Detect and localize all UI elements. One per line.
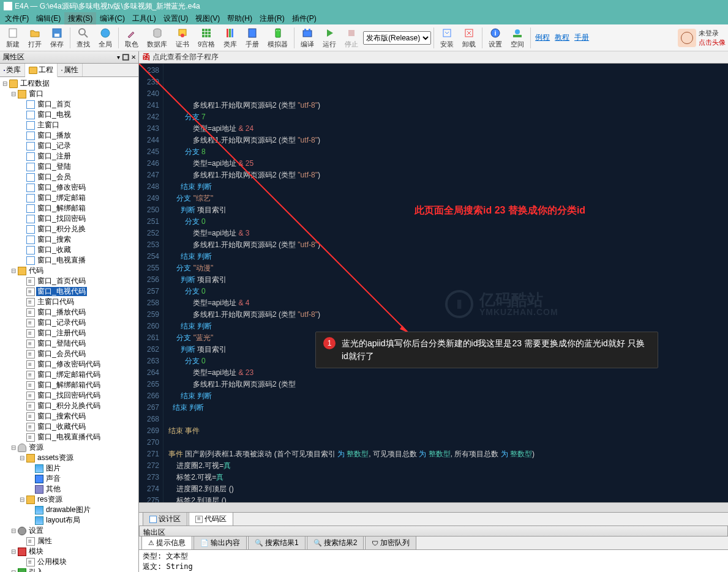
menu-item[interactable]: 文件(F) [1, 12, 32, 25]
tree-node[interactable]: 窗口_电视直播 [1, 255, 137, 266]
tree-node[interactable]: ⊟工程数据 [1, 78, 137, 89]
tree-node[interactable]: 窗口_解绑邮箱代码 [1, 380, 137, 390]
output-tab[interactable]: ⚠提示信息 [141, 536, 192, 549]
tree-node[interactable]: drawable图片 [1, 505, 137, 515]
tree-node[interactable]: 窗口_电视直播代码 [1, 432, 137, 442]
tree-node[interactable]: 主窗口 [1, 120, 137, 130]
tree-node[interactable]: ⊟模块 [1, 546, 137, 557]
menu-item[interactable]: 工具(L) [129, 12, 160, 25]
cert-button[interactable]: 证书 [172, 26, 193, 50]
tree-node[interactable]: 窗口_绑定邮箱代码 [1, 370, 137, 380]
function-bar[interactable]: 函 点此查看全部子程序 [139, 51, 728, 64]
open-button[interactable]: 打开 [24, 26, 45, 50]
tab-code[interactable]: 代码区 [189, 512, 233, 526]
tree-node[interactable]: ⊟资源 [1, 442, 137, 453]
tree-node[interactable]: ⊟res资源 [1, 494, 137, 505]
install-button[interactable]: 安装 [437, 26, 457, 50]
tree-node[interactable]: 窗口_找回密码代码 [1, 390, 137, 401]
tree-node[interactable]: 窗口_会员 [1, 172, 137, 182]
tree-node[interactable]: ⊟窗口 [1, 89, 137, 99]
tab-project[interactable]: 工程 [25, 64, 58, 77]
simulator-button[interactable]: 模拟器 [264, 26, 291, 50]
tree-node[interactable]: 窗口_电视代码 [1, 286, 137, 297]
code-content[interactable]: ⦀ 亿码酷站YMKUZHAN.COM 多线程1.开始取网页源码2 (类型 "ut… [163, 64, 728, 502]
manual-button[interactable]: 手册 [242, 26, 263, 50]
compile-button[interactable]: 编译 [297, 26, 318, 50]
global-button[interactable]: 全局 [95, 26, 116, 50]
tree-node[interactable]: 图片 [1, 463, 137, 474]
menu-item[interactable]: 插件(P) [288, 12, 320, 25]
tree-node[interactable]: 窗口_会员代码 [1, 349, 137, 359]
tree-node[interactable]: 窗口_首页 [1, 99, 137, 110]
tree-node[interactable]: 窗口_电视 [1, 110, 137, 120]
tree-node[interactable]: 窗口_注册 [1, 151, 137, 162]
tab-properties[interactable]: 属性 [58, 64, 83, 76]
tree-node[interactable]: 窗口_收藏 [1, 245, 137, 255]
tree-node[interactable]: 窗口_登陆代码 [1, 338, 137, 349]
menu-item[interactable]: 编辑(E) [32, 12, 64, 25]
tree-node[interactable]: 窗口_首页代码 [1, 276, 137, 286]
tree-node[interactable]: 声音 [1, 474, 137, 484]
menu-item[interactable]: 注册(R) [256, 12, 288, 25]
tree-node[interactable]: 窗口_记录 [1, 141, 137, 151]
tree-node[interactable]: 窗口_播放代码 [1, 307, 137, 318]
tab-lib[interactable]: 类库 [0, 64, 25, 76]
tree-node[interactable]: 窗口_播放 [1, 130, 137, 141]
space-button[interactable]: 空间 [507, 26, 528, 50]
tree-node[interactable]: layout布局 [1, 515, 137, 526]
tree-node[interactable]: 窗口_积分兑换 [1, 224, 137, 234]
run-button[interactable]: 运行 [319, 26, 340, 50]
menu-item[interactable]: 编译(C) [96, 12, 129, 25]
tree-node[interactable]: 窗口_积分兑换代码 [1, 401, 137, 411]
tree-node[interactable]: ⊟引入 [1, 567, 137, 572]
output-tab[interactable]: 🔍搜索结果2 [307, 536, 364, 549]
release-combo[interactable]: 发布版(Release) [363, 31, 431, 45]
menu-bar[interactable]: 文件(F)编辑(E)搜索(S)编译(C)工具(L)设置(U)视图(V)帮助(H)… [0, 12, 728, 24]
tree-node[interactable]: 窗口_搜索 [1, 234, 137, 245]
tree-node[interactable]: 窗口_找回密码 [1, 214, 137, 224]
menu-item[interactable]: 设置(U) [160, 12, 192, 25]
lib-button[interactable]: 类库 [220, 26, 241, 50]
new-button[interactable]: 新建 [2, 26, 23, 50]
ninegrid-button[interactable]: 9宫格 [194, 26, 219, 50]
find-button[interactable]: 查找 [73, 26, 94, 50]
menu-item[interactable]: 搜索(S) [64, 12, 96, 25]
tree-node[interactable]: 窗口_记录代码 [1, 318, 137, 328]
tree-node[interactable]: ⊟设置 [1, 526, 137, 536]
uninstall-button[interactable]: 卸载 [459, 26, 479, 50]
avatar-icon[interactable] [678, 29, 696, 47]
output-tab[interactable]: 🔍搜索结果1 [248, 536, 306, 549]
colorpick-button[interactable]: 取色 [121, 26, 142, 50]
user-area[interactable]: 未登录 点击头像 [678, 29, 726, 47]
tree-node[interactable]: 窗口_登陆 [1, 162, 137, 172]
menu-item[interactable]: 帮助(H) [223, 12, 256, 25]
tab-design[interactable]: 设计区 [143, 512, 187, 526]
example-link[interactable]: 例程 [533, 32, 552, 43]
code-area[interactable]: 2382392402412422432442452462472482492502… [139, 64, 728, 502]
output-tab[interactable]: 📄输出内容 [193, 536, 247, 549]
menu-item[interactable]: 视图(V) [192, 12, 223, 25]
tree-node[interactable]: 窗口_注册代码 [1, 328, 137, 338]
tree-node[interactable]: 窗口_解绑邮箱 [1, 203, 137, 214]
tree-node[interactable]: 窗口_搜索代码 [1, 411, 137, 422]
tree-node[interactable]: ⊟代码 [1, 266, 137, 276]
tree-node[interactable]: 公用模块 [1, 557, 137, 567]
tree-node[interactable]: ⊟assets资源 [1, 453, 137, 463]
tree-node[interactable]: 窗口_修改密码 [1, 182, 137, 193]
tree-node[interactable]: 窗口_绑定邮箱 [1, 193, 137, 203]
save-button[interactable]: 保存 [47, 26, 67, 50]
project-tree[interactable]: ⊟工程数据⊟窗口窗口_首页窗口_电视主窗口窗口_播放窗口_记录窗口_注册窗口_登… [0, 77, 138, 572]
handbook-link[interactable]: 手册 [572, 32, 591, 43]
tree-node[interactable]: 其他 [1, 484, 137, 494]
output-tab[interactable]: 🛡加密队列 [365, 536, 416, 549]
stop-button[interactable]: 停止 [341, 26, 362, 50]
panel-menu-icon[interactable]: ▾ 🔲 ✕ [117, 54, 136, 61]
settings-button[interactable]: i设置 [485, 26, 506, 50]
tree-node[interactable]: 窗口_收藏代码 [1, 422, 137, 432]
tree-node[interactable]: 主窗口代码 [1, 297, 137, 307]
h-scrollbar[interactable] [139, 502, 728, 512]
db-button[interactable]: 数据库 [143, 26, 171, 50]
tutorial-link[interactable]: 教程 [553, 32, 571, 43]
tree-node[interactable]: 窗口_修改密码代码 [1, 359, 137, 370]
tree-node[interactable]: 属性 [1, 536, 137, 546]
